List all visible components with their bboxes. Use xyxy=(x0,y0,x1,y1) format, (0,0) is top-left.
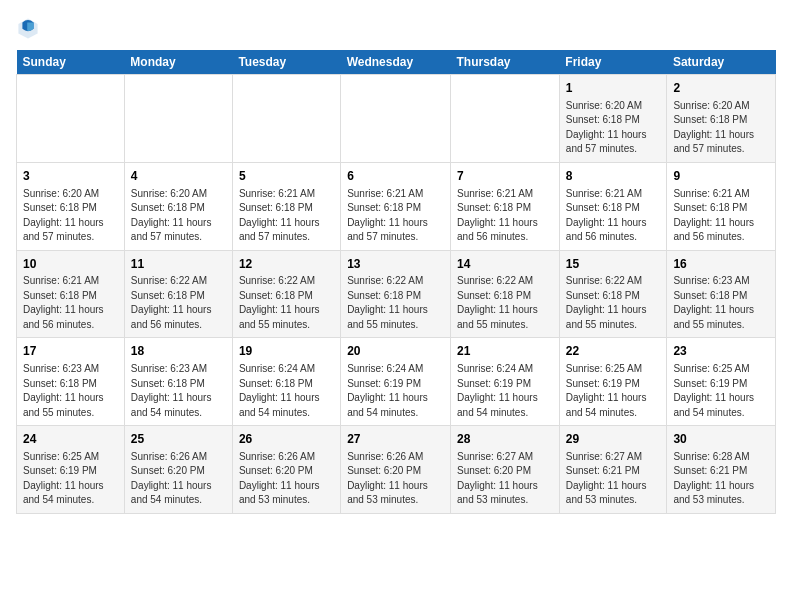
calendar-cell: 4Sunrise: 6:20 AM Sunset: 6:18 PM Daylig… xyxy=(124,162,232,250)
calendar-cell: 12Sunrise: 6:22 AM Sunset: 6:18 PM Dayli… xyxy=(232,250,340,338)
calendar-cell: 1Sunrise: 6:20 AM Sunset: 6:18 PM Daylig… xyxy=(559,75,667,163)
day-info: Sunrise: 6:25 AM Sunset: 6:19 PM Dayligh… xyxy=(23,450,118,508)
day-number: 5 xyxy=(239,168,334,185)
day-info: Sunrise: 6:22 AM Sunset: 6:18 PM Dayligh… xyxy=(457,274,553,332)
day-number: 15 xyxy=(566,256,661,273)
calendar-cell: 13Sunrise: 6:22 AM Sunset: 6:18 PM Dayli… xyxy=(341,250,451,338)
day-number: 20 xyxy=(347,343,444,360)
calendar-cell: 28Sunrise: 6:27 AM Sunset: 6:20 PM Dayli… xyxy=(451,426,560,514)
day-number: 14 xyxy=(457,256,553,273)
day-info: Sunrise: 6:20 AM Sunset: 6:18 PM Dayligh… xyxy=(673,99,769,157)
calendar-cell xyxy=(17,75,125,163)
calendar-cell: 5Sunrise: 6:21 AM Sunset: 6:18 PM Daylig… xyxy=(232,162,340,250)
day-info: Sunrise: 6:22 AM Sunset: 6:18 PM Dayligh… xyxy=(239,274,334,332)
day-number: 23 xyxy=(673,343,769,360)
day-number: 6 xyxy=(347,168,444,185)
header-tuesday: Tuesday xyxy=(232,50,340,75)
day-info: Sunrise: 6:20 AM Sunset: 6:18 PM Dayligh… xyxy=(131,187,226,245)
day-info: Sunrise: 6:26 AM Sunset: 6:20 PM Dayligh… xyxy=(131,450,226,508)
day-info: Sunrise: 6:24 AM Sunset: 6:19 PM Dayligh… xyxy=(347,362,444,420)
calendar-cell: 15Sunrise: 6:22 AM Sunset: 6:18 PM Dayli… xyxy=(559,250,667,338)
calendar-table: SundayMondayTuesdayWednesdayThursdayFrid… xyxy=(16,50,776,514)
calendar-cell: 9Sunrise: 6:21 AM Sunset: 6:18 PM Daylig… xyxy=(667,162,776,250)
calendar-cell: 18Sunrise: 6:23 AM Sunset: 6:18 PM Dayli… xyxy=(124,338,232,426)
calendar-cell: 7Sunrise: 6:21 AM Sunset: 6:18 PM Daylig… xyxy=(451,162,560,250)
day-number: 7 xyxy=(457,168,553,185)
calendar-header-row: SundayMondayTuesdayWednesdayThursdayFrid… xyxy=(17,50,776,75)
logo xyxy=(16,16,44,40)
calendar-cell xyxy=(341,75,451,163)
day-number: 19 xyxy=(239,343,334,360)
calendar-week-row: 3Sunrise: 6:20 AM Sunset: 6:18 PM Daylig… xyxy=(17,162,776,250)
day-number: 8 xyxy=(566,168,661,185)
day-info: Sunrise: 6:21 AM Sunset: 6:18 PM Dayligh… xyxy=(673,187,769,245)
calendar-cell xyxy=(124,75,232,163)
day-info: Sunrise: 6:28 AM Sunset: 6:21 PM Dayligh… xyxy=(673,450,769,508)
day-number: 10 xyxy=(23,256,118,273)
day-number: 12 xyxy=(239,256,334,273)
calendar-cell: 14Sunrise: 6:22 AM Sunset: 6:18 PM Dayli… xyxy=(451,250,560,338)
day-info: Sunrise: 6:22 AM Sunset: 6:18 PM Dayligh… xyxy=(347,274,444,332)
day-number: 29 xyxy=(566,431,661,448)
day-info: Sunrise: 6:21 AM Sunset: 6:18 PM Dayligh… xyxy=(347,187,444,245)
header-monday: Monday xyxy=(124,50,232,75)
calendar-cell xyxy=(451,75,560,163)
day-info: Sunrise: 6:21 AM Sunset: 6:18 PM Dayligh… xyxy=(23,274,118,332)
calendar-cell: 8Sunrise: 6:21 AM Sunset: 6:18 PM Daylig… xyxy=(559,162,667,250)
day-info: Sunrise: 6:24 AM Sunset: 6:19 PM Dayligh… xyxy=(457,362,553,420)
day-info: Sunrise: 6:20 AM Sunset: 6:18 PM Dayligh… xyxy=(23,187,118,245)
day-number: 4 xyxy=(131,168,226,185)
calendar-cell: 17Sunrise: 6:23 AM Sunset: 6:18 PM Dayli… xyxy=(17,338,125,426)
calendar-cell: 23Sunrise: 6:25 AM Sunset: 6:19 PM Dayli… xyxy=(667,338,776,426)
day-number: 26 xyxy=(239,431,334,448)
day-number: 24 xyxy=(23,431,118,448)
header-thursday: Thursday xyxy=(451,50,560,75)
day-number: 22 xyxy=(566,343,661,360)
day-number: 21 xyxy=(457,343,553,360)
day-number: 25 xyxy=(131,431,226,448)
calendar-cell: 19Sunrise: 6:24 AM Sunset: 6:18 PM Dayli… xyxy=(232,338,340,426)
day-info: Sunrise: 6:21 AM Sunset: 6:18 PM Dayligh… xyxy=(566,187,661,245)
day-info: Sunrise: 6:25 AM Sunset: 6:19 PM Dayligh… xyxy=(566,362,661,420)
day-number: 17 xyxy=(23,343,118,360)
day-info: Sunrise: 6:22 AM Sunset: 6:18 PM Dayligh… xyxy=(566,274,661,332)
day-info: Sunrise: 6:21 AM Sunset: 6:18 PM Dayligh… xyxy=(239,187,334,245)
day-number: 30 xyxy=(673,431,769,448)
day-number: 27 xyxy=(347,431,444,448)
day-number: 18 xyxy=(131,343,226,360)
page-header xyxy=(16,16,776,40)
day-number: 13 xyxy=(347,256,444,273)
day-number: 16 xyxy=(673,256,769,273)
logo-icon xyxy=(16,16,40,40)
calendar-cell: 27Sunrise: 6:26 AM Sunset: 6:20 PM Dayli… xyxy=(341,426,451,514)
calendar-cell: 11Sunrise: 6:22 AM Sunset: 6:18 PM Dayli… xyxy=(124,250,232,338)
calendar-cell: 21Sunrise: 6:24 AM Sunset: 6:19 PM Dayli… xyxy=(451,338,560,426)
day-info: Sunrise: 6:22 AM Sunset: 6:18 PM Dayligh… xyxy=(131,274,226,332)
day-info: Sunrise: 6:23 AM Sunset: 6:18 PM Dayligh… xyxy=(23,362,118,420)
calendar-cell xyxy=(232,75,340,163)
day-info: Sunrise: 6:26 AM Sunset: 6:20 PM Dayligh… xyxy=(347,450,444,508)
day-number: 11 xyxy=(131,256,226,273)
header-sunday: Sunday xyxy=(17,50,125,75)
calendar-cell: 25Sunrise: 6:26 AM Sunset: 6:20 PM Dayli… xyxy=(124,426,232,514)
calendar-cell: 3Sunrise: 6:20 AM Sunset: 6:18 PM Daylig… xyxy=(17,162,125,250)
calendar-cell: 6Sunrise: 6:21 AM Sunset: 6:18 PM Daylig… xyxy=(341,162,451,250)
calendar-cell: 26Sunrise: 6:26 AM Sunset: 6:20 PM Dayli… xyxy=(232,426,340,514)
day-number: 28 xyxy=(457,431,553,448)
calendar-cell: 30Sunrise: 6:28 AM Sunset: 6:21 PM Dayli… xyxy=(667,426,776,514)
day-info: Sunrise: 6:23 AM Sunset: 6:18 PM Dayligh… xyxy=(131,362,226,420)
calendar-week-row: 24Sunrise: 6:25 AM Sunset: 6:19 PM Dayli… xyxy=(17,426,776,514)
day-info: Sunrise: 6:26 AM Sunset: 6:20 PM Dayligh… xyxy=(239,450,334,508)
header-wednesday: Wednesday xyxy=(341,50,451,75)
day-info: Sunrise: 6:21 AM Sunset: 6:18 PM Dayligh… xyxy=(457,187,553,245)
day-info: Sunrise: 6:20 AM Sunset: 6:18 PM Dayligh… xyxy=(566,99,661,157)
day-number: 9 xyxy=(673,168,769,185)
day-info: Sunrise: 6:24 AM Sunset: 6:18 PM Dayligh… xyxy=(239,362,334,420)
calendar-cell: 29Sunrise: 6:27 AM Sunset: 6:21 PM Dayli… xyxy=(559,426,667,514)
calendar-cell: 10Sunrise: 6:21 AM Sunset: 6:18 PM Dayli… xyxy=(17,250,125,338)
calendar-week-row: 10Sunrise: 6:21 AM Sunset: 6:18 PM Dayli… xyxy=(17,250,776,338)
header-friday: Friday xyxy=(559,50,667,75)
day-info: Sunrise: 6:25 AM Sunset: 6:19 PM Dayligh… xyxy=(673,362,769,420)
day-info: Sunrise: 6:23 AM Sunset: 6:18 PM Dayligh… xyxy=(673,274,769,332)
calendar-cell: 16Sunrise: 6:23 AM Sunset: 6:18 PM Dayli… xyxy=(667,250,776,338)
